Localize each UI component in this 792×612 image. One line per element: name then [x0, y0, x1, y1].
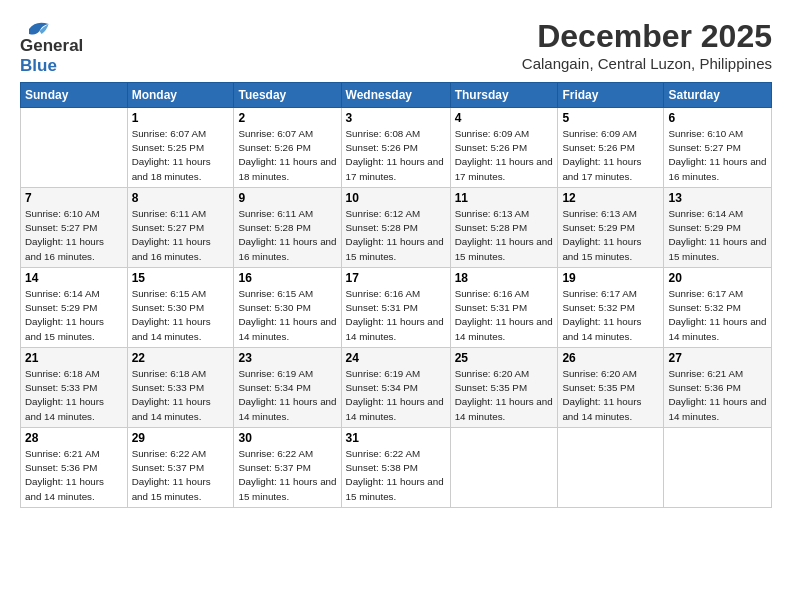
day-info: Sunrise: 6:16 AMSunset: 5:31 PMDaylight:… [346, 287, 446, 344]
day-info: Sunrise: 6:17 AMSunset: 5:32 PMDaylight:… [562, 287, 659, 344]
calendar-cell: 19Sunrise: 6:17 AMSunset: 5:32 PMDayligh… [558, 268, 664, 348]
day-info: Sunrise: 6:16 AMSunset: 5:31 PMDaylight:… [455, 287, 554, 344]
day-number: 24 [346, 351, 446, 365]
calendar-cell: 25Sunrise: 6:20 AMSunset: 5:35 PMDayligh… [450, 348, 558, 428]
day-number: 9 [238, 191, 336, 205]
day-number: 1 [132, 111, 230, 125]
calendar-cell: 5Sunrise: 6:09 AMSunset: 5:26 PMDaylight… [558, 108, 664, 188]
calendar-cell: 28Sunrise: 6:21 AMSunset: 5:36 PMDayligh… [21, 428, 128, 508]
calendar-cell: 31Sunrise: 6:22 AMSunset: 5:38 PMDayligh… [341, 428, 450, 508]
day-number: 29 [132, 431, 230, 445]
calendar-cell: 9Sunrise: 6:11 AMSunset: 5:28 PMDaylight… [234, 188, 341, 268]
calendar-week-2: 14Sunrise: 6:14 AMSunset: 5:29 PMDayligh… [21, 268, 772, 348]
day-info: Sunrise: 6:17 AMSunset: 5:32 PMDaylight:… [668, 287, 767, 344]
calendar-cell: 4Sunrise: 6:09 AMSunset: 5:26 PMDaylight… [450, 108, 558, 188]
page-container: General Blue December 2025 Calangain, Ce… [0, 0, 792, 518]
calendar-cell: 21Sunrise: 6:18 AMSunset: 5:33 PMDayligh… [21, 348, 128, 428]
calendar-table: SundayMondayTuesdayWednesdayThursdayFrid… [20, 82, 772, 508]
day-info: Sunrise: 6:14 AMSunset: 5:29 PMDaylight:… [25, 287, 123, 344]
day-info: Sunrise: 6:21 AMSunset: 5:36 PMDaylight:… [25, 447, 123, 504]
day-info: Sunrise: 6:13 AMSunset: 5:28 PMDaylight:… [455, 207, 554, 264]
day-number: 15 [132, 271, 230, 285]
day-number: 26 [562, 351, 659, 365]
day-number: 27 [668, 351, 767, 365]
calendar-cell: 7Sunrise: 6:10 AMSunset: 5:27 PMDaylight… [21, 188, 128, 268]
day-info: Sunrise: 6:08 AMSunset: 5:26 PMDaylight:… [346, 127, 446, 184]
header: General Blue December 2025 Calangain, Ce… [20, 18, 772, 76]
location: Calangain, Central Luzon, Philippines [522, 55, 772, 72]
calendar-cell: 1Sunrise: 6:07 AMSunset: 5:25 PMDaylight… [127, 108, 234, 188]
calendar-cell: 24Sunrise: 6:19 AMSunset: 5:34 PMDayligh… [341, 348, 450, 428]
calendar-cell: 6Sunrise: 6:10 AMSunset: 5:27 PMDaylight… [664, 108, 772, 188]
day-number: 18 [455, 271, 554, 285]
day-info: Sunrise: 6:15 AMSunset: 5:30 PMDaylight:… [238, 287, 336, 344]
day-info: Sunrise: 6:11 AMSunset: 5:27 PMDaylight:… [132, 207, 230, 264]
calendar-cell: 10Sunrise: 6:12 AMSunset: 5:28 PMDayligh… [341, 188, 450, 268]
day-number: 16 [238, 271, 336, 285]
day-number: 7 [25, 191, 123, 205]
title-block: December 2025 Calangain, Central Luzon, … [522, 18, 772, 72]
calendar-week-1: 7Sunrise: 6:10 AMSunset: 5:27 PMDaylight… [21, 188, 772, 268]
day-number: 21 [25, 351, 123, 365]
day-number: 31 [346, 431, 446, 445]
calendar-cell: 20Sunrise: 6:17 AMSunset: 5:32 PMDayligh… [664, 268, 772, 348]
logo-blue: Blue [20, 56, 57, 75]
calendar-cell: 14Sunrise: 6:14 AMSunset: 5:29 PMDayligh… [21, 268, 128, 348]
calendar-cell: 11Sunrise: 6:13 AMSunset: 5:28 PMDayligh… [450, 188, 558, 268]
day-number: 28 [25, 431, 123, 445]
calendar-cell [664, 428, 772, 508]
day-info: Sunrise: 6:07 AMSunset: 5:25 PMDaylight:… [132, 127, 230, 184]
calendar-week-4: 28Sunrise: 6:21 AMSunset: 5:36 PMDayligh… [21, 428, 772, 508]
day-info: Sunrise: 6:15 AMSunset: 5:30 PMDaylight:… [132, 287, 230, 344]
day-number: 2 [238, 111, 336, 125]
day-info: Sunrise: 6:19 AMSunset: 5:34 PMDaylight:… [238, 367, 336, 424]
day-number: 8 [132, 191, 230, 205]
logo-general: General [20, 36, 83, 56]
day-number: 30 [238, 431, 336, 445]
day-info: Sunrise: 6:18 AMSunset: 5:33 PMDaylight:… [25, 367, 123, 424]
day-info: Sunrise: 6:13 AMSunset: 5:29 PMDaylight:… [562, 207, 659, 264]
calendar-cell: 16Sunrise: 6:15 AMSunset: 5:30 PMDayligh… [234, 268, 341, 348]
day-number: 4 [455, 111, 554, 125]
day-info: Sunrise: 6:20 AMSunset: 5:35 PMDaylight:… [562, 367, 659, 424]
day-info: Sunrise: 6:19 AMSunset: 5:34 PMDaylight:… [346, 367, 446, 424]
calendar-cell [558, 428, 664, 508]
day-info: Sunrise: 6:09 AMSunset: 5:26 PMDaylight:… [455, 127, 554, 184]
day-number: 6 [668, 111, 767, 125]
calendar-cell: 22Sunrise: 6:18 AMSunset: 5:33 PMDayligh… [127, 348, 234, 428]
weekday-header-row: SundayMondayTuesdayWednesdayThursdayFrid… [21, 83, 772, 108]
calendar-cell: 2Sunrise: 6:07 AMSunset: 5:26 PMDaylight… [234, 108, 341, 188]
calendar-cell: 8Sunrise: 6:11 AMSunset: 5:27 PMDaylight… [127, 188, 234, 268]
weekday-header-friday: Friday [558, 83, 664, 108]
month-title: December 2025 [522, 18, 772, 55]
calendar-cell [450, 428, 558, 508]
weekday-header-thursday: Thursday [450, 83, 558, 108]
calendar-cell: 26Sunrise: 6:20 AMSunset: 5:35 PMDayligh… [558, 348, 664, 428]
calendar-week-0: 1Sunrise: 6:07 AMSunset: 5:25 PMDaylight… [21, 108, 772, 188]
calendar-cell: 12Sunrise: 6:13 AMSunset: 5:29 PMDayligh… [558, 188, 664, 268]
weekday-header-monday: Monday [127, 83, 234, 108]
calendar-cell [21, 108, 128, 188]
day-number: 11 [455, 191, 554, 205]
day-number: 12 [562, 191, 659, 205]
day-info: Sunrise: 6:10 AMSunset: 5:27 PMDaylight:… [25, 207, 123, 264]
calendar-cell: 30Sunrise: 6:22 AMSunset: 5:37 PMDayligh… [234, 428, 341, 508]
calendar-cell: 15Sunrise: 6:15 AMSunset: 5:30 PMDayligh… [127, 268, 234, 348]
day-info: Sunrise: 6:20 AMSunset: 5:35 PMDaylight:… [455, 367, 554, 424]
calendar-cell: 3Sunrise: 6:08 AMSunset: 5:26 PMDaylight… [341, 108, 450, 188]
day-info: Sunrise: 6:18 AMSunset: 5:33 PMDaylight:… [132, 367, 230, 424]
calendar-cell: 17Sunrise: 6:16 AMSunset: 5:31 PMDayligh… [341, 268, 450, 348]
day-number: 22 [132, 351, 230, 365]
weekday-header-saturday: Saturday [664, 83, 772, 108]
day-info: Sunrise: 6:22 AMSunset: 5:37 PMDaylight:… [132, 447, 230, 504]
day-info: Sunrise: 6:10 AMSunset: 5:27 PMDaylight:… [668, 127, 767, 184]
weekday-header-sunday: Sunday [21, 83, 128, 108]
day-info: Sunrise: 6:07 AMSunset: 5:26 PMDaylight:… [238, 127, 336, 184]
calendar-cell: 27Sunrise: 6:21 AMSunset: 5:36 PMDayligh… [664, 348, 772, 428]
day-number: 13 [668, 191, 767, 205]
logo: General Blue [20, 18, 83, 76]
day-number: 19 [562, 271, 659, 285]
day-number: 10 [346, 191, 446, 205]
day-info: Sunrise: 6:22 AMSunset: 5:37 PMDaylight:… [238, 447, 336, 504]
day-number: 23 [238, 351, 336, 365]
